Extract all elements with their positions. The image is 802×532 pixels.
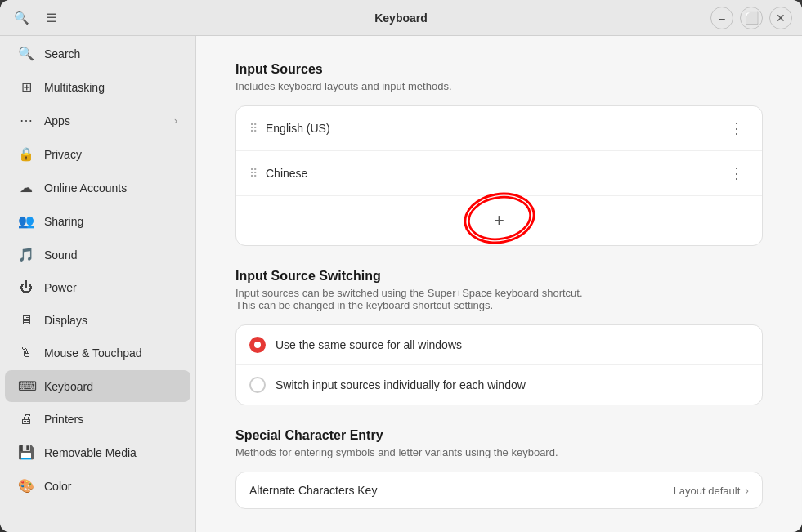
special-char-desc: Methods for entering symbols and letter …: [235, 446, 763, 458]
sound-icon: 🎵: [18, 247, 34, 262]
sidebar-item-label-sound: Sound: [44, 248, 177, 262]
radio-same-source-label: Use the same source for all windows: [276, 338, 462, 351]
sidebar-item-label-printers: Printers: [44, 413, 177, 426]
sidebar-item-power[interactable]: ⏻Power: [5, 272, 190, 303]
special-char-card: Alternate Characters Key Layout default …: [235, 472, 763, 509]
sidebar-item-privacy[interactable]: 🔒Privacy: [5, 138, 190, 170]
sidebar-item-label-privacy: Privacy: [44, 148, 177, 161]
source-label-chinese: Chinese: [266, 167, 716, 180]
sidebar-item-keyboard[interactable]: ⌨Keyboard: [5, 370, 190, 402]
online-accounts-icon: ☁: [18, 180, 34, 195]
input-switching-desc: Input sources can be switched using the …: [235, 287, 763, 311]
sidebar-item-printers[interactable]: 🖨Printers: [5, 404, 190, 435]
keyboard-icon: ⌨: [18, 378, 34, 394]
source-label-english: English (US): [266, 122, 716, 135]
radio-individual-indicator: [249, 377, 266, 393]
sidebar-item-online-accounts[interactable]: ☁Online Accounts: [5, 172, 190, 203]
source-menu-chinese[interactable]: ⋮: [724, 163, 749, 184]
search-icon[interactable]: 🔍: [10, 7, 33, 29]
sidebar-item-label-mouse-touchpad: Mouse & Touchpad: [44, 346, 177, 360]
input-sources-section: Input Sources Includes keyboard layouts …: [235, 62, 763, 246]
alternate-chars-label: Alternate Characters Key: [249, 484, 674, 497]
sidebar-item-apps[interactable]: ⋯Apps›: [5, 105, 190, 136]
sidebar-item-label-power: Power: [44, 281, 177, 294]
sidebar-item-label-keyboard: Keyboard: [44, 380, 177, 393]
mouse-touchpad-icon: 🖱: [18, 346, 34, 360]
window-controls: – ⬜ ✕: [710, 7, 792, 29]
sharing-icon: 👥: [18, 213, 34, 229]
alternate-chars-row[interactable]: Alternate Characters Key Layout default …: [236, 472, 762, 508]
privacy-icon: 🔒: [18, 146, 34, 162]
special-char-title: Special Character Entry: [235, 428, 763, 443]
menu-icon[interactable]: ☰: [39, 7, 62, 29]
radio-same-source[interactable]: Use the same source for all windows: [236, 325, 762, 365]
input-switching-card: Use the same source for all windows Swit…: [235, 324, 763, 405]
special-char-section: Special Character Entry Methods for ente…: [235, 428, 763, 509]
sidebar-item-label-sharing: Sharing: [44, 215, 177, 228]
drag-handle-english[interactable]: ⠿: [249, 122, 258, 135]
displays-icon: 🖥: [18, 313, 34, 328]
sidebar-item-label-removable-media: Removable Media: [44, 446, 177, 459]
minimize-button[interactable]: –: [710, 7, 733, 29]
input-sources-title: Input Sources: [235, 62, 763, 77]
sidebar-item-label-search: Search: [44, 47, 177, 60]
add-source-row: +: [236, 196, 762, 245]
sidebar-item-displays[interactable]: 🖥Displays: [5, 305, 190, 336]
sidebar-item-label-color: Color: [44, 480, 177, 493]
sidebar-item-color[interactable]: 🎨Color: [5, 470, 190, 502]
window-title: Keyboard: [374, 11, 428, 25]
sidebar-item-removable-media[interactable]: 💾Removable Media: [5, 436, 190, 468]
search-icon: 🔍: [18, 46, 34, 61]
removable-media-icon: 💾: [18, 445, 34, 460]
add-source-button[interactable]: +: [486, 208, 513, 234]
apps-icon: ⋯: [18, 113, 34, 128]
source-row-chinese: ⠿ Chinese ⋮: [236, 151, 762, 196]
sidebar-item-search[interactable]: 🔍Search: [5, 38, 190, 69]
printers-icon: 🖨: [18, 412, 34, 427]
sidebar: 🔍Search⊞Multitasking⋯Apps›🔒Privacy☁Onlin…: [0, 36, 196, 532]
source-menu-english[interactable]: ⋮: [724, 118, 749, 139]
input-switching-section: Input Source Switching Input sources can…: [235, 269, 763, 405]
close-button[interactable]: ✕: [769, 7, 792, 29]
sidebar-item-label-online-accounts: Online Accounts: [44, 181, 177, 194]
sidebar-item-multitasking[interactable]: ⊞Multitasking: [5, 71, 190, 103]
titlebar-left: 🔍 ☰: [10, 7, 62, 29]
radio-individual[interactable]: Switch input sources individually for ea…: [236, 365, 762, 405]
content-area: 🔍Search⊞Multitasking⋯Apps›🔒Privacy☁Onlin…: [0, 36, 802, 532]
power-icon: ⏻: [18, 280, 34, 295]
multitasking-icon: ⊞: [18, 79, 34, 95]
source-row-english: ⠿ English (US) ⋮: [236, 106, 762, 151]
sidebar-item-label-displays: Displays: [44, 314, 177, 327]
radio-individual-label: Switch input sources individually for ea…: [276, 378, 526, 391]
alternate-chars-value: Layout default: [674, 485, 741, 497]
main-panel: Input Sources Includes keyboard layouts …: [196, 36, 802, 532]
maximize-button[interactable]: ⬜: [740, 7, 763, 29]
radio-inner-dot: [254, 342, 261, 348]
sidebar-item-mouse-touchpad[interactable]: 🖱Mouse & Touchpad: [5, 338, 190, 369]
sidebar-item-chevron-apps: ›: [174, 115, 177, 127]
input-sources-desc: Includes keyboard layouts and input meth…: [235, 80, 763, 92]
settings-window: 🔍 ☰ Keyboard – ⬜ ✕ 🔍Search⊞Multitasking⋯…: [0, 0, 802, 532]
input-sources-card: ⠿ English (US) ⋮ ⠿ Chinese ⋮: [235, 105, 763, 246]
add-source-wrapper: +: [486, 208, 513, 234]
sidebar-item-sound[interactable]: 🎵Sound: [5, 239, 190, 270]
input-switching-title: Input Source Switching: [235, 269, 763, 284]
sidebar-item-label-apps: Apps: [44, 114, 164, 127]
titlebar: 🔍 ☰ Keyboard – ⬜ ✕: [0, 0, 802, 36]
sidebar-item-label-multitasking: Multitasking: [44, 81, 177, 94]
color-icon: 🎨: [18, 478, 34, 494]
drag-handle-chinese[interactable]: ⠿: [249, 167, 258, 180]
alternate-chars-chevron: ›: [745, 484, 749, 497]
sidebar-item-sharing[interactable]: 👥Sharing: [5, 205, 190, 237]
radio-same-source-indicator: [249, 337, 266, 353]
